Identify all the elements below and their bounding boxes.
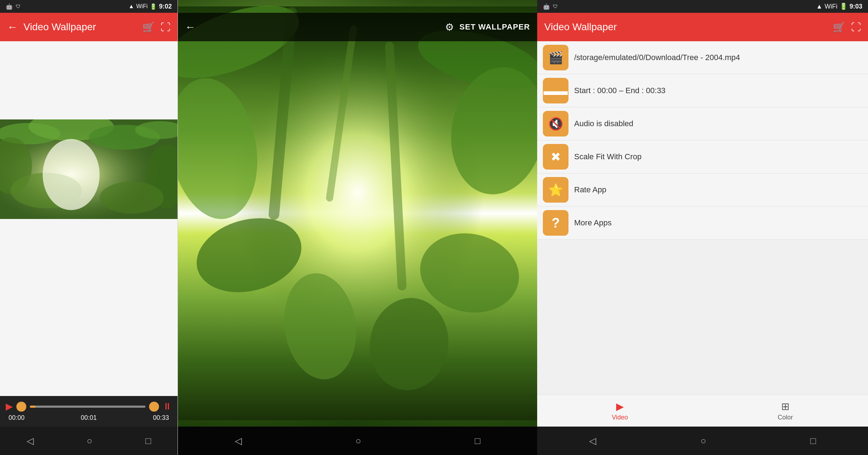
- status-bar-right-panel: 🤖 🛡 ▲ WiFi 🔋 9:03: [537, 0, 868, 13]
- camera-icon: 🎬: [548, 50, 563, 65]
- video-scene-svg: [0, 119, 178, 219]
- set-wallpaper-button[interactable]: SET WALLPAPER: [460, 22, 530, 32]
- center-scene-svg: [178, 0, 537, 427]
- home-nav-icon-center[interactable]: ○: [355, 435, 361, 446]
- video-scene-center: [178, 0, 537, 427]
- home-nav-icon-left[interactable]: ○: [87, 435, 92, 446]
- audio-disabled-text: Audio is disabled: [574, 119, 862, 128]
- svg-point-9: [100, 182, 164, 214]
- tab-color[interactable]: ⊞ Color: [703, 401, 868, 421]
- svg-point-10: [43, 139, 100, 210]
- more-apps-text: More Apps: [574, 218, 862, 228]
- file-path-text: /storage/emulated/0/Download/Tree - 2004…: [574, 53, 862, 62]
- status-bar-left: 🤖 🛡 ▲ WiFi 🔋 9:02: [0, 0, 178, 13]
- question-icon: ?: [551, 215, 560, 231]
- time-start: 00:00: [9, 414, 25, 422]
- status-bar-right-icons: ▲ WiFi 🔋 9:02: [128, 3, 172, 10]
- signal-icon: ▲: [128, 3, 134, 10]
- battery-menu-icon: ▬▬: [544, 84, 568, 98]
- menu-item-more-apps[interactable]: ? More Apps: [537, 207, 868, 240]
- recents-nav-icon-right[interactable]: □: [810, 435, 816, 446]
- time-mid: 00:01: [81, 414, 97, 422]
- left-empty-bottom: [0, 219, 178, 396]
- scale-icon-box: ✖: [543, 144, 568, 170]
- bottom-tabs: ▶ Video ⊞ Color: [537, 395, 868, 427]
- player-controls: ▶ ⏸ 00:00 00:01 00:33: [0, 396, 178, 427]
- android-icon-right: 🤖: [543, 3, 550, 10]
- battery-icon: 🔋: [150, 3, 157, 10]
- center-top-bar: ← ⚙ SET WALLPAPER: [178, 13, 537, 41]
- wifi-icon: WiFi: [136, 3, 148, 10]
- top-bar-left: ← Video Wallpaper 🛒 ⛶: [0, 13, 178, 41]
- wifi-icon-right: WiFi: [825, 3, 837, 10]
- home-nav-icon-right[interactable]: ○: [700, 435, 706, 446]
- scale-fit-text: Scale Fit With Crop: [574, 152, 862, 161]
- panel-right: 🤖 🛡 ▲ WiFi 🔋 9:03 Video Wallpaper 🛒 ⛶ 🎬 …: [537, 0, 868, 455]
- battery-icon-right: 🔋: [840, 2, 847, 10]
- cart-icon-left[interactable]: 🛒: [142, 21, 155, 33]
- pause-button[interactable]: ⏸: [163, 401, 172, 412]
- progress-track[interactable]: [30, 406, 145, 408]
- status-time-right: 9:03: [850, 3, 862, 10]
- panel-center: 🤖 🛡 ▲ WiFi 🔋 9:03 ← ⚙ SET WALLPAPER: [178, 0, 537, 455]
- nav-bar-center: ◁ ○ □: [178, 427, 537, 455]
- menu-item-audio[interactable]: 🔇 Audio is disabled: [537, 107, 868, 140]
- rate-icon-box: ⭐: [543, 177, 568, 203]
- time-end: 00:33: [153, 414, 169, 422]
- rate-app-text: Rate App: [574, 185, 862, 194]
- tab-video[interactable]: ▶ Video: [537, 401, 703, 421]
- center-video-bg: [178, 0, 537, 427]
- crop-icon: ✖: [551, 150, 561, 164]
- recents-nav-icon-left[interactable]: □: [145, 435, 151, 446]
- time-range-icon-box: ▬▬: [543, 78, 568, 103]
- video-thumbnail[interactable]: [0, 119, 178, 219]
- android-icon: 🤖: [6, 3, 13, 10]
- progress-dot-end[interactable]: [149, 402, 159, 412]
- nav-bar-left: ◁ ○ □: [0, 427, 178, 455]
- back-button-center[interactable]: ←: [185, 21, 196, 33]
- menu-item-rate[interactable]: ⭐ Rate App: [537, 173, 868, 207]
- menu-item-file-path[interactable]: 🎬 /storage/emulated/0/Download/Tree - 20…: [537, 41, 868, 74]
- nav-bar-right: ◁ ○ □: [537, 427, 868, 455]
- cart-icon-right[interactable]: 🛒: [833, 21, 845, 33]
- app-title-right: Video Wallpaper: [544, 21, 827, 33]
- resize-icon-left[interactable]: ⛶: [160, 21, 170, 33]
- file-path-icon-box: 🎬: [543, 45, 568, 70]
- signal-icon-right: ▲: [816, 3, 822, 10]
- app-title-left: Video Wallpaper: [23, 21, 137, 33]
- back-nav-icon-left[interactable]: ◁: [27, 435, 34, 446]
- back-nav-icon-right[interactable]: ◁: [589, 435, 596, 446]
- back-nav-icon-center[interactable]: ◁: [235, 435, 242, 446]
- play-button[interactable]: ▶: [6, 401, 13, 412]
- menu-item-scale[interactable]: ✖ Scale Fit With Crop: [537, 140, 868, 173]
- left-content: [0, 41, 178, 396]
- time-range-text: Start : 00:00 – End : 00:33: [574, 86, 862, 95]
- back-button-left[interactable]: ←: [7, 21, 18, 33]
- color-tab-label: Color: [778, 414, 793, 421]
- star-icon: ⭐: [548, 183, 563, 197]
- shield-icon-right: 🛡: [553, 4, 558, 9]
- time-row: 00:00 00:01 00:33: [6, 414, 172, 422]
- resize-icon-right[interactable]: ⛶: [851, 21, 861, 33]
- progress-fill: [30, 406, 36, 408]
- recents-nav-icon-center[interactable]: □: [475, 435, 481, 446]
- progress-dot-start[interactable]: [16, 402, 26, 412]
- shield-icon: 🛡: [16, 4, 21, 9]
- status-icons-left: 🤖 🛡: [6, 3, 128, 10]
- more-apps-icon-box: ?: [543, 210, 568, 236]
- top-bar-right: Video Wallpaper 🛒 ⛶: [537, 13, 868, 41]
- right-menu-list: 🎬 /storage/emulated/0/Download/Tree - 20…: [537, 41, 868, 395]
- gear-icon-center[interactable]: ⚙: [445, 21, 454, 33]
- panel-left: 🤖 🛡 ▲ WiFi 🔋 9:02 ← Video Wallpaper 🛒 ⛶: [0, 0, 178, 455]
- audio-mute-icon: 🔇: [548, 117, 563, 131]
- menu-item-time-range[interactable]: ▬▬ Start : 00:00 – End : 00:33: [537, 74, 868, 107]
- color-tab-icon: ⊞: [781, 401, 789, 412]
- left-empty-top: [0, 41, 178, 119]
- status-time-left: 9:02: [159, 3, 172, 10]
- video-tab-icon: ▶: [616, 401, 624, 412]
- video-tab-label: Video: [612, 414, 628, 421]
- audio-icon-box: 🔇: [543, 111, 568, 136]
- progress-bar-container: ▶ ⏸: [6, 401, 172, 412]
